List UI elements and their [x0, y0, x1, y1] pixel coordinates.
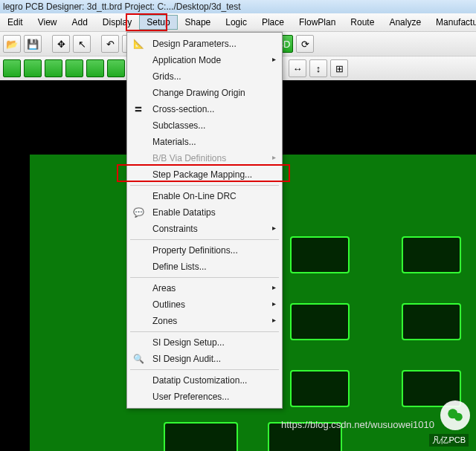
- svg-point-1: [454, 413, 463, 421]
- wechat-icon: [440, 400, 470, 430]
- menu-item-zones[interactable]: Zones▸: [127, 313, 282, 329]
- menu-item-cross-section[interactable]: 〓Cross-section...: [127, 101, 282, 117]
- component[interactable]: [402, 236, 461, 273]
- menu-separator: [130, 369, 279, 370]
- menu-item-label: Enable On-Line DRC: [152, 191, 237, 201]
- menu-separator: [130, 239, 279, 240]
- menu-item-label: Step Package Mapping...: [152, 169, 252, 180]
- menu-item-icon: 💬: [132, 206, 145, 219]
- menu-view[interactable]: View: [30, 15, 65, 30]
- menu-item-label: Zones: [152, 316, 177, 326]
- layer-4-icon[interactable]: [65, 59, 83, 77]
- menu-item-materials[interactable]: Materials...: [127, 134, 282, 150]
- menu-item-label: User Preferences...: [152, 392, 229, 402]
- menu-shape[interactable]: Shape: [178, 15, 219, 30]
- menu-item-subclasses[interactable]: Subclasses...: [127, 117, 282, 134]
- menu-item-grids[interactable]: Grids...: [127, 68, 282, 85]
- component[interactable]: [290, 236, 350, 273]
- layer-6-icon[interactable]: [107, 59, 125, 77]
- menu-logic[interactable]: Logic: [218, 15, 254, 30]
- dim-rect-icon[interactable]: ⊞: [330, 59, 348, 77]
- menu-item-enable-datatips[interactable]: 💬Enable Datatips: [127, 204, 282, 221]
- brand-badge: 凡亿PCB: [429, 434, 469, 447]
- menu-route[interactable]: Route: [343, 15, 382, 30]
- menu-item-label: Define Lists...: [152, 262, 207, 272]
- menu-display[interactable]: Display: [95, 15, 139, 30]
- dim-v-icon[interactable]: ↕: [309, 59, 327, 77]
- menu-item-property-definitions[interactable]: Property Definitions...: [127, 242, 282, 259]
- layer-2-icon[interactable]: [24, 59, 42, 77]
- menu-item-icon: 🔍: [132, 352, 145, 366]
- menu-item-label: B/B Via Definitions: [152, 153, 226, 163]
- menu-item-design-parameters[interactable]: 📐Design Parameters...: [127, 36, 282, 52]
- component-ic[interactable]: [164, 422, 238, 451]
- refresh-icon[interactable]: ⟳: [296, 35, 314, 53]
- menu-item-label: Areas: [152, 283, 176, 293]
- menu-item-icon: 📐: [132, 37, 145, 51]
- menu-item-label: Outlines: [152, 299, 185, 310]
- submenu-arrow-icon: ▸: [272, 283, 276, 291]
- submenu-arrow-icon: ▸: [272, 299, 276, 308]
- menu-item-label: Datatip Customization...: [152, 375, 247, 386]
- submenu-arrow-icon: ▸: [272, 316, 276, 324]
- menu-item-si-design-setup[interactable]: SI Design Setup...: [127, 334, 282, 351]
- menu-item-areas[interactable]: Areas▸: [127, 280, 282, 296]
- menu-item-label: SI Design Setup...: [152, 337, 225, 348]
- menu-item-application-mode[interactable]: Application Mode▸: [127, 52, 282, 68]
- window-title: legro PCB Designer: 3d_tt.brd Project: C…: [0, 0, 476, 13]
- component[interactable]: [402, 303, 461, 340]
- menu-item-si-design-audit[interactable]: 🔍SI Design Audit...: [127, 351, 282, 367]
- menu-separator: [130, 185, 279, 186]
- setup-menu-dropdown: 📐Design Parameters...Application Mode▸Gr…: [126, 32, 283, 409]
- menu-item-b-b-via-definitions: B/B Via Definitions▸: [127, 150, 282, 166]
- menu-item-label: Constraints: [152, 224, 198, 234]
- menu-setup[interactable]: Setup: [139, 15, 177, 30]
- component[interactable]: [290, 370, 350, 407]
- menu-item-label: Grids...: [152, 71, 181, 82]
- menu-item-label: Application Mode: [152, 55, 221, 65]
- menu-edit[interactable]: Edit: [0, 15, 30, 30]
- menu-analyze[interactable]: Analyze: [382, 15, 428, 30]
- menu-item-change-drawing-origin[interactable]: Change Drawing Origin: [127, 85, 282, 101]
- menu-item-label: Subclasses...: [152, 120, 205, 131]
- layer-5-icon[interactable]: [86, 59, 104, 77]
- menu-item-label: SI Design Audit...: [152, 354, 221, 364]
- open-icon[interactable]: 📂: [3, 35, 21, 53]
- layer-1-icon[interactable]: [3, 59, 21, 77]
- component[interactable]: [290, 303, 350, 340]
- menu-place[interactable]: Place: [254, 15, 292, 30]
- menu-item-define-lists[interactable]: Define Lists...: [127, 259, 282, 275]
- menu-item-enable-on-line-drc[interactable]: Enable On-Line DRC: [127, 188, 282, 204]
- menu-bar: EditViewAddDisplaySetupShapeLogicPlaceFl…: [0, 13, 476, 32]
- undo-icon[interactable]: ↶: [101, 35, 119, 53]
- menu-flowplan[interactable]: FlowPlan: [292, 15, 343, 30]
- menu-separator: [130, 331, 279, 332]
- watermark-text: https://blog.csdn.net/wusuowei1010: [281, 419, 434, 430]
- menu-item-user-preferences[interactable]: User Preferences...: [127, 389, 282, 405]
- save-icon[interactable]: 💾: [24, 35, 42, 53]
- cursor-icon[interactable]: ↖: [73, 35, 91, 53]
- dim-h-icon[interactable]: ↔: [289, 59, 306, 77]
- menu-item-label: Cross-section...: [152, 104, 214, 114]
- menu-separator: [130, 277, 279, 278]
- menu-item-label: Property Definitions...: [152, 245, 238, 256]
- move-icon[interactable]: ✥: [52, 35, 70, 53]
- menu-add[interactable]: Add: [64, 15, 94, 30]
- menu-item-outlines[interactable]: Outlines▸: [127, 296, 282, 313]
- menu-item-label: Materials...: [152, 137, 196, 147]
- menu-manufacture[interactable]: Manufacture: [428, 15, 476, 30]
- menu-item-label: Enable Datatips: [152, 207, 216, 218]
- menu-item-constraints[interactable]: Constraints▸: [127, 221, 282, 237]
- layer-3-icon[interactable]: [45, 59, 62, 77]
- submenu-arrow-icon: ▸: [272, 55, 276, 63]
- menu-item-datatip-customization[interactable]: Datatip Customization...: [127, 372, 282, 389]
- submenu-arrow-icon: ▸: [272, 153, 276, 161]
- menu-item-step-package-mapping[interactable]: Step Package Mapping...: [127, 166, 282, 183]
- menu-item-label: Change Drawing Origin: [152, 88, 245, 98]
- menu-item-icon: 〓: [132, 103, 145, 116]
- menu-item-label: Design Parameters...: [152, 39, 237, 49]
- submenu-arrow-icon: ▸: [272, 224, 276, 232]
